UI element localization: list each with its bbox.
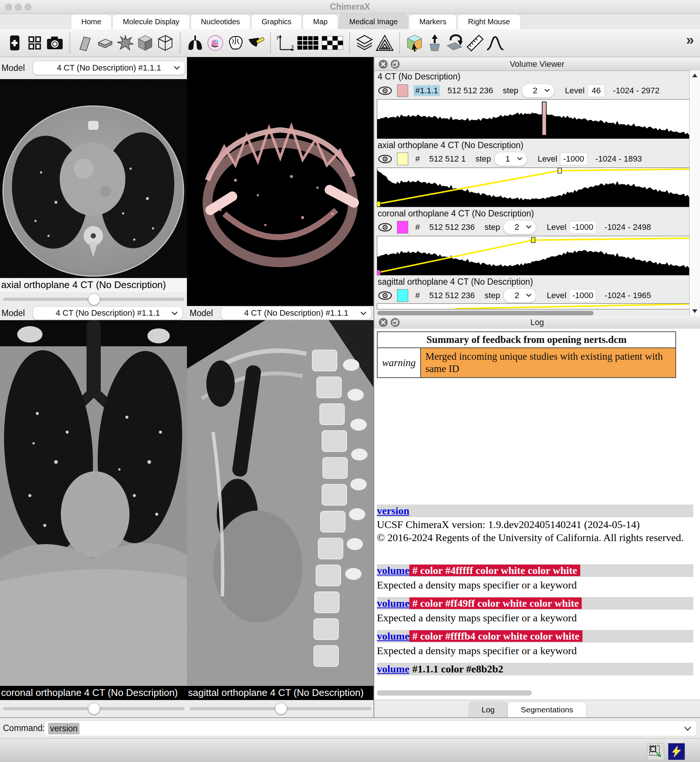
select-mode-button[interactable] xyxy=(647,743,664,760)
volume-viewer-hscrollbar[interactable] xyxy=(374,310,689,316)
rotate-icon[interactable] xyxy=(445,32,465,54)
step-value: 2 xyxy=(514,291,519,300)
ruler-icon[interactable] xyxy=(465,32,485,54)
tile-windows-icon[interactable] xyxy=(25,32,45,54)
status-bar xyxy=(0,738,700,762)
model-select-axial[interactable]: 4 CT (No Description) #1.1.1 xyxy=(33,61,185,75)
gaussian-curve-icon[interactable] xyxy=(485,32,505,54)
box-outline-icon[interactable] xyxy=(155,32,175,54)
surface-star-icon[interactable] xyxy=(115,32,135,54)
level-input[interactable]: -1000 xyxy=(560,153,587,165)
slab-icon[interactable] xyxy=(95,32,115,54)
step-select[interactable]: 2 xyxy=(503,289,536,303)
render-3d-viewport[interactable] xyxy=(187,57,373,306)
step-select[interactable]: 2 xyxy=(522,84,555,98)
coronal-slice-slider[interactable] xyxy=(3,707,184,710)
command-row: Command: version xyxy=(0,717,700,738)
tab-nucleotides[interactable]: Nucleotides xyxy=(191,14,251,29)
volume-viewer-vscrollbar[interactable] xyxy=(689,70,700,316)
orient-cube-icon[interactable] xyxy=(405,32,425,54)
fast-mode-button[interactable] xyxy=(668,743,685,760)
volume-link[interactable]: volume xyxy=(377,597,409,609)
level-marker[interactable] xyxy=(542,101,547,136)
volume-link[interactable]: volume xyxy=(377,565,409,576)
series-controls-row: # 512 512 236 step 2 Level -1000 -1024 -… xyxy=(378,220,691,234)
log-hscrollbar[interactable] xyxy=(377,689,692,697)
histogram-main[interactable] xyxy=(377,99,689,139)
sagittal-slider-handle[interactable] xyxy=(275,703,287,715)
airways-marker-icon[interactable] xyxy=(245,32,266,54)
histogram-plot xyxy=(377,304,689,309)
feedback-summary-table: Summary of feedback from opening nerts.d… xyxy=(377,331,676,378)
color-swatch[interactable] xyxy=(397,153,408,165)
lungs-icon[interactable] xyxy=(185,32,205,54)
model-select-coronal[interactable]: 4 CT (No Description) #1.1.1 xyxy=(33,306,183,320)
level-input[interactable]: -1000 xyxy=(569,221,596,234)
eye-icon[interactable] xyxy=(378,291,392,300)
level-input[interactable]: -1000 xyxy=(569,289,596,302)
model-id[interactable]: # xyxy=(413,290,422,301)
volume-size: 512 512 1 xyxy=(429,154,466,164)
eye-icon[interactable] xyxy=(378,222,392,232)
scroll-up-icon[interactable] xyxy=(692,73,697,77)
coronal-slider-handle[interactable] xyxy=(88,703,100,715)
sagittal-viewport[interactable] xyxy=(187,320,373,686)
color-swatch[interactable] xyxy=(397,221,408,234)
box-solid-icon[interactable] xyxy=(135,32,155,54)
plane-grid-icon[interactable] xyxy=(295,32,320,54)
level-input[interactable]: 46 xyxy=(588,84,605,97)
hscroll-thumb[interactable] xyxy=(377,690,532,696)
volume-link[interactable]: volume xyxy=(377,630,409,642)
layers-icon[interactable] xyxy=(355,32,375,54)
tab-segmentations[interactable]: Segmentations xyxy=(508,701,587,717)
command-input[interactable]: version xyxy=(44,721,697,736)
copyright-text: © 2016-2024 Regents of the University of… xyxy=(377,531,684,544)
tab-molecule-display[interactable]: Molecule Display xyxy=(112,14,189,29)
tab-markers[interactable]: Markers xyxy=(409,14,457,29)
eye-icon[interactable] xyxy=(378,86,392,95)
histogram-sagittal-clipped[interactable] xyxy=(377,303,689,309)
toolbar-divider xyxy=(349,33,350,53)
chevron-down-icon[interactable] xyxy=(684,726,691,731)
model-id[interactable]: # xyxy=(413,153,422,165)
model-id[interactable]: #1.1.1 xyxy=(413,85,440,96)
color-swatch[interactable] xyxy=(397,289,408,302)
axial-viewport[interactable] xyxy=(0,79,187,278)
tab-home[interactable]: Home xyxy=(71,14,112,29)
toolbar-divider xyxy=(399,33,400,53)
coronal-viewport[interactable] xyxy=(0,320,187,686)
volume-link[interactable]: volume xyxy=(377,663,409,675)
model-label: Model xyxy=(189,308,213,318)
heart-slice-icon[interactable] xyxy=(205,32,225,54)
move-up-icon[interactable] xyxy=(425,32,445,54)
axes-icon[interactable]: y x xyxy=(275,32,295,54)
clip-plane-icon[interactable] xyxy=(75,32,95,54)
color-swatch[interactable] xyxy=(397,84,408,97)
tab-graphics[interactable]: Graphics xyxy=(251,14,302,29)
model-select-sagittal[interactable]: 4 CT (No Description) #1.1.1 xyxy=(221,306,372,320)
tab-right-mouse[interactable]: Right Mouse xyxy=(458,14,520,29)
tab-log[interactable]: Log xyxy=(469,701,508,717)
axial-slice-slider[interactable] xyxy=(3,298,184,301)
pyramid-icon[interactable] xyxy=(375,32,395,54)
checkerboard-icon[interactable] xyxy=(320,32,345,54)
hscroll-thumb[interactable] xyxy=(377,311,594,315)
histogram-axial[interactable] xyxy=(377,167,689,207)
snapshot-camera-icon[interactable] xyxy=(45,32,65,54)
tab-map[interactable]: Map xyxy=(303,14,338,29)
histogram-coronal[interactable] xyxy=(377,236,689,275)
medical-image-icon[interactable] xyxy=(5,32,25,54)
step-select[interactable]: 1 xyxy=(494,152,527,166)
eye-icon[interactable] xyxy=(378,154,392,164)
sagittal-slice-slider[interactable] xyxy=(189,707,371,710)
toolbar-overflow-button[interactable]: » xyxy=(686,32,694,48)
axial-slider-handle[interactable] xyxy=(88,293,100,305)
transfer-handle xyxy=(377,201,380,207)
tab-medical-image[interactable]: Medical Image xyxy=(339,14,408,29)
version-link[interactable]: version xyxy=(377,505,409,517)
model-id[interactable]: # xyxy=(413,222,422,233)
step-select[interactable]: 2 xyxy=(503,220,536,234)
command-text: # color #4fffff color white color white xyxy=(409,565,580,576)
brain-icon[interactable] xyxy=(225,32,245,54)
scroll-down-icon[interactable] xyxy=(692,309,697,313)
